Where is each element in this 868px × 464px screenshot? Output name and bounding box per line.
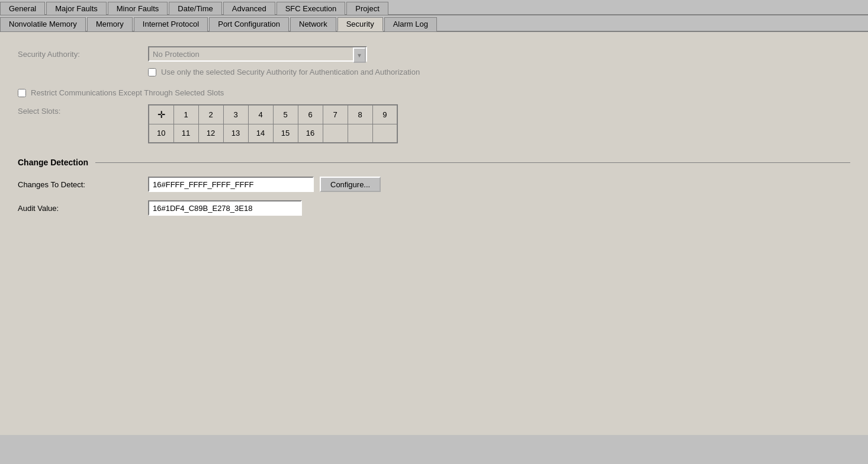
changes-to-detect-input[interactable]: 16#FFFF_FFFF_FFFF_FFFF xyxy=(148,177,314,192)
slot-cell-r2-5[interactable]: 15 xyxy=(273,124,298,143)
slot-cell-r2-0[interactable]: 10 xyxy=(149,124,173,143)
security-authority-dropdown[interactable]: No Protection ▼ xyxy=(148,46,367,62)
tab-major-faults[interactable]: Major Faults xyxy=(46,2,107,15)
slot-cell-r2-2[interactable]: 12 xyxy=(198,124,223,143)
tab-alarm-log[interactable]: Alarm Log xyxy=(384,17,437,31)
change-detection-title: Change Detection xyxy=(18,158,88,167)
tab-nonvolatile-memory[interactable]: Nonvolatile Memory xyxy=(0,17,86,31)
tab-project[interactable]: Project xyxy=(346,2,388,15)
audit-value-row: Audit Value: 16#1DF4_C89B_E278_3E18 xyxy=(18,200,850,216)
slot-cell-r1-0[interactable]: ✛ xyxy=(149,105,173,124)
tab-row-1: GeneralMajor FaultsMinor FaultsDate/Time… xyxy=(0,0,868,15)
configure-button[interactable]: Configure... xyxy=(320,177,381,192)
dropdown-arrow-icon: ▼ xyxy=(356,52,362,59)
slot-cell-r2-9 xyxy=(372,124,397,143)
security-authority-row: Security Authority: No Protection ▼ xyxy=(18,46,850,62)
dropdown-value: No Protection xyxy=(153,50,200,59)
auth-checkbox[interactable] xyxy=(148,68,156,76)
changes-to-detect-value: 16#FFFF_FFFF_FFFF_FFFF xyxy=(153,180,253,189)
main-content: Security Authority: No Protection ▼ Use … xyxy=(0,32,868,435)
tab-minor-faults[interactable]: Minor Faults xyxy=(108,2,168,15)
tab-port-configuration[interactable]: Port Configuration xyxy=(209,17,289,31)
tab-network[interactable]: Network xyxy=(290,17,336,31)
slot-cell-r2-4[interactable]: 14 xyxy=(248,124,273,143)
tab-memory[interactable]: Memory xyxy=(87,17,133,31)
tab-datetime[interactable]: Date/Time xyxy=(169,2,221,15)
changes-to-detect-row: Changes To Detect: 16#FFFF_FFFF_FFFF_FFF… xyxy=(18,177,850,192)
slot-cell-r1-5[interactable]: 5 xyxy=(273,105,298,124)
restrict-comms-label: Restrict Communications Except Through S… xyxy=(31,88,224,97)
dropdown-arrow-btn[interactable]: ▼ xyxy=(353,47,366,63)
slot-cell-r1-1[interactable]: 1 xyxy=(173,105,198,124)
slot-cell-r1-9[interactable]: 9 xyxy=(372,105,397,124)
tab-general[interactable]: General xyxy=(0,2,45,15)
slot-table: ✛12345678910111213141516 xyxy=(148,104,398,143)
audit-value-label: Audit Value: xyxy=(18,204,148,213)
restrict-comms-row: Restrict Communications Except Through S… xyxy=(18,88,850,97)
tab-security[interactable]: Security xyxy=(337,17,383,31)
slot-cell-r1-2[interactable]: 2 xyxy=(198,105,223,124)
slot-cell-r2-3[interactable]: 13 xyxy=(223,124,248,143)
slot-cell-r1-3[interactable]: 3 xyxy=(223,105,248,124)
auth-checkbox-row: Use only the selected Security Authority… xyxy=(148,68,850,76)
slot-cell-r1-7[interactable]: 7 xyxy=(323,105,348,124)
auth-checkbox-label: Use only the selected Security Authority… xyxy=(161,68,420,76)
tab-internet-protocol[interactable]: Internet Protocol xyxy=(134,17,208,31)
tab-row-2: Nonvolatile MemoryMemoryInternet Protoco… xyxy=(0,15,868,32)
security-authority-dropdown-container: No Protection ▼ xyxy=(148,46,367,62)
change-detection-header: Change Detection xyxy=(18,158,850,167)
slot-cell-r2-6[interactable]: 16 xyxy=(298,124,323,143)
audit-value-input[interactable]: 16#1DF4_C89B_E278_3E18 xyxy=(148,200,302,216)
select-slots-label: Select Slots: xyxy=(18,104,148,116)
slot-cell-r2-1[interactable]: 11 xyxy=(173,124,198,143)
restrict-comms-checkbox[interactable] xyxy=(18,89,26,97)
section-divider xyxy=(95,162,850,163)
audit-value-value: 16#1DF4_C89B_E278_3E18 xyxy=(153,204,252,213)
slot-cell-r1-6[interactable]: 6 xyxy=(298,105,323,124)
security-authority-label: Security Authority: xyxy=(18,50,148,59)
tab-advanced[interactable]: Advanced xyxy=(223,2,275,15)
changes-to-detect-label: Changes To Detect: xyxy=(18,180,148,189)
select-slots-row: Select Slots: ✛12345678910111213141516 xyxy=(18,104,850,143)
tab-sfc-execution[interactable]: SFC Execution xyxy=(277,2,346,15)
slot-cell-r1-4[interactable]: 4 xyxy=(248,105,273,124)
slot-cell-r2-8 xyxy=(348,124,372,143)
slot-cell-r1-8[interactable]: 8 xyxy=(348,105,372,124)
slot-cell-r2-7 xyxy=(323,124,348,143)
